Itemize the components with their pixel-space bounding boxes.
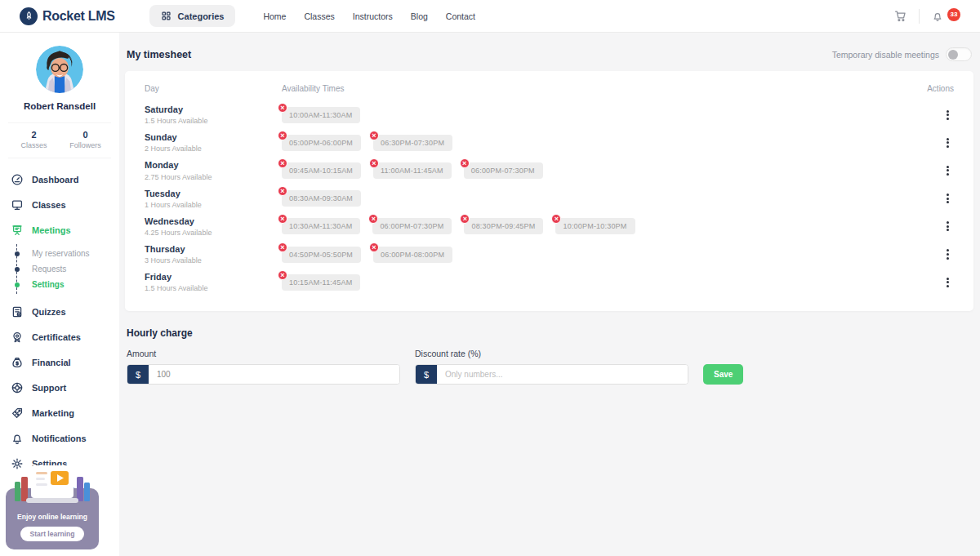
- sidebar-item-label: Meetings: [32, 225, 71, 235]
- time-slot-chip: ×10:30AM-11:30AM: [282, 218, 360, 234]
- header-actions: Actions: [921, 84, 954, 93]
- time-slot-label: 05:00PM-06:00PM: [289, 139, 353, 147]
- sidebar-item-support[interactable]: Support: [0, 375, 119, 400]
- cart-button[interactable]: [893, 9, 907, 23]
- discount-rate-label: Discount rate (%): [415, 349, 688, 358]
- time-slot-label: 06:00PM-07:30PM: [471, 167, 535, 175]
- time-slot-chip: ×06:00PM-08:00PM: [373, 247, 452, 263]
- timesheet-row-tuesday: Tuesday1 Hours Available×08:30AM-09:30AM: [145, 189, 954, 209]
- disable-meetings-toggle[interactable]: [946, 47, 972, 61]
- start-learning-button[interactable]: Start learning: [20, 527, 85, 541]
- remove-slot-button[interactable]: ×: [460, 158, 470, 168]
- promo-title: Enjoy online learning: [11, 513, 94, 521]
- remove-slot-button[interactable]: ×: [278, 103, 287, 113]
- remove-slot-button[interactable]: ×: [278, 158, 287, 168]
- remove-slot-button[interactable]: ×: [368, 214, 378, 224]
- sidebar-item-notifications[interactable]: Notifications: [0, 425, 119, 451]
- sidebar-item-classes[interactable]: Classes: [0, 192, 119, 217]
- followers-label: Followers: [60, 141, 111, 149]
- remove-slot-button[interactable]: ×: [278, 214, 287, 224]
- remove-slot-button[interactable]: ×: [369, 158, 379, 168]
- time-slots: ×10:00AM-11:30AM: [282, 107, 921, 123]
- hours-available: 1 Hours Available: [145, 201, 282, 209]
- promo-card: Enjoy online learning Start learning: [6, 488, 99, 549]
- row-actions-menu-button[interactable]: [942, 217, 954, 236]
- time-slot-chip: ×08:30PM-09:45PM: [464, 218, 543, 234]
- sidebar-item-dashboard[interactable]: Dashboard: [0, 167, 119, 192]
- time-slots: ×04:50PM-05:50PM×06:00PM-08:00PM: [282, 247, 921, 263]
- remove-slot-button[interactable]: ×: [278, 131, 287, 140]
- discount-rate-input[interactable]: [437, 365, 688, 384]
- financial-icon: [10, 355, 24, 369]
- time-slot-chip: ×06:00PM-07:30PM: [464, 162, 543, 179]
- time-slots: ×05:00PM-06:00PM×06:30PM-07:30PM: [282, 135, 921, 151]
- time-slots: ×09:45AM-10:15AM×11:00AM-11:45AM×06:00PM…: [282, 162, 921, 179]
- remove-slot-button[interactable]: ×: [278, 270, 287, 280]
- nav-link-contact[interactable]: Contact: [446, 11, 475, 21]
- nav-link-classes[interactable]: Classes: [304, 11, 334, 21]
- nav-link-instructors[interactable]: Instructors: [353, 11, 393, 21]
- remove-slot-button[interactable]: ×: [369, 242, 379, 252]
- amount-input[interactable]: [149, 365, 399, 384]
- row-actions-menu-button[interactable]: [942, 105, 954, 124]
- hours-available: 2.75 Hours Available: [145, 173, 282, 181]
- timesheet-row-thursday: Thursday3 Hours Available×04:50PM-05:50P…: [145, 244, 954, 265]
- time-slot-label: 06:00PM-07:30PM: [380, 222, 443, 230]
- time-slot-chip: ×06:30PM-07:30PM: [373, 135, 452, 151]
- sidebar-item-label: Certificates: [32, 332, 81, 342]
- row-actions-menu-button[interactable]: [942, 189, 954, 207]
- day-name: Friday: [145, 272, 282, 282]
- user-avatar: [36, 46, 83, 93]
- remove-slot-button[interactable]: ×: [278, 186, 287, 196]
- currency-prefix: $: [416, 365, 437, 384]
- time-slot-label: 10:00AM-11:30AM: [289, 111, 352, 119]
- row-actions-menu-button[interactable]: [942, 133, 954, 152]
- hourly-charge-title: Hourly charge: [127, 327, 972, 339]
- day-name: Tuesday: [145, 189, 282, 199]
- sidebar-item-financial[interactable]: Financial: [0, 349, 119, 375]
- timesheet-row-wednesday: Wednesday4.25 Hours Available×10:30AM-11…: [145, 216, 954, 237]
- classes-label: Classes: [8, 141, 60, 149]
- save-button[interactable]: Save: [703, 364, 743, 385]
- day-name: Saturday: [145, 105, 282, 115]
- sidebar-subitem-settings[interactable]: Settings: [17, 277, 119, 292]
- time-slot-chip: ×08:30AM-09:30AM: [282, 190, 361, 207]
- brand-name: Rocket LMS: [42, 9, 115, 24]
- time-slot-label: 06:30PM-07:30PM: [381, 139, 444, 147]
- sidebar-item-quizzes[interactable]: Quizzes: [0, 299, 119, 324]
- sidebar-subitem-label: Requests: [32, 265, 66, 274]
- classes-count: 2: [8, 130, 60, 140]
- timesheet-row-sunday: Sunday2 Hours Available×05:00PM-06:00PM×…: [145, 132, 954, 153]
- remove-slot-button[interactable]: ×: [278, 242, 287, 252]
- notifications-button[interactable]: [931, 10, 944, 23]
- timesheet-row-saturday: Saturday1.5 Hours Available×10:00AM-11:3…: [145, 105, 954, 125]
- time-slots: ×08:30AM-09:30AM: [282, 190, 921, 207]
- notification-count-badge: 33: [947, 8, 960, 21]
- sidebar-item-meetings[interactable]: Meetings: [0, 217, 119, 242]
- sidebar-item-marketing[interactable]: Marketing: [0, 400, 119, 425]
- time-slot-chip: ×06:00PM-07:30PM: [372, 218, 452, 234]
- row-actions-menu-button[interactable]: [942, 161, 954, 180]
- row-actions-menu-button[interactable]: [942, 245, 954, 264]
- classes-icon: [10, 198, 24, 211]
- nav-link-blog[interactable]: Blog: [411, 11, 428, 21]
- remove-slot-button[interactable]: ×: [369, 131, 379, 140]
- sidebar-item-label: Dashboard: [32, 175, 78, 185]
- time-slots: ×10:30AM-11:30AM×06:00PM-07:30PM×08:30PM…: [282, 218, 921, 234]
- row-actions-menu-button[interactable]: [942, 273, 954, 291]
- time-slot-label: 10:00PM-10:30PM: [563, 222, 626, 230]
- remove-slot-button[interactable]: ×: [551, 214, 561, 224]
- sidebar-item-label: Notifications: [32, 434, 87, 443]
- hours-available: 1.5 Hours Available: [145, 284, 282, 292]
- sidebar-item-certificates[interactable]: Certificates: [0, 324, 119, 349]
- sidebar-subitem-my-reservations[interactable]: My reservations: [17, 246, 119, 261]
- header-day: Day: [145, 84, 282, 93]
- time-slot-chip: ×05:00PM-06:00PM: [282, 135, 361, 151]
- remove-slot-button[interactable]: ×: [460, 214, 470, 224]
- brand-logo[interactable]: Rocket LMS: [20, 7, 115, 25]
- sidebar-subitem-requests[interactable]: Requests: [17, 261, 119, 277]
- hours-available: 4.25 Hours Available: [145, 229, 282, 237]
- bell-icon: [931, 10, 944, 23]
- nav-link-home[interactable]: Home: [263, 11, 286, 21]
- categories-button[interactable]: Categories: [149, 5, 236, 27]
